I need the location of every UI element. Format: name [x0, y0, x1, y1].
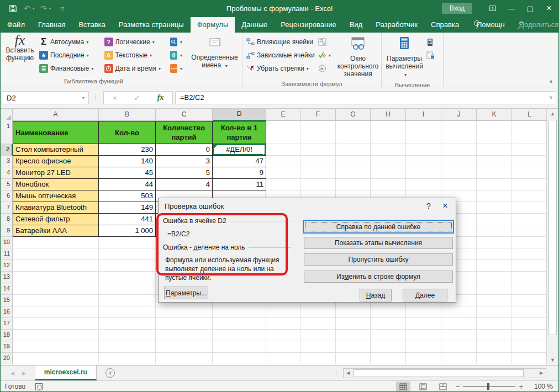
cell-G17[interactable]	[336, 318, 371, 330]
cell-D5[interactable]: 11	[213, 179, 266, 190]
lookup-reference-button[interactable]: ▾	[168, 35, 184, 49]
column-header-A[interactable]: A	[13, 109, 99, 121]
column-header-B[interactable]: B	[99, 109, 156, 121]
zoom-out-icon[interactable]: −	[456, 383, 460, 391]
sheet-nav-left-icon[interactable]: ◀	[10, 370, 14, 376]
cell-B1[interactable]: Кол-во	[99, 121, 156, 144]
cell-H20[interactable]	[371, 353, 406, 364]
show-formulas-button[interactable]: 156	[317, 35, 333, 49]
more-functions-button[interactable]: ⋯ ▾	[168, 62, 184, 75]
tab-insert[interactable]: Вставка	[72, 17, 112, 33]
cell-A19[interactable]	[13, 341, 99, 353]
cell-K10[interactable]	[477, 237, 512, 248]
cell-K2[interactable]	[477, 144, 512, 156]
cell-L6[interactable]	[512, 190, 547, 202]
cell-F1[interactable]	[300, 121, 336, 144]
maximize-button[interactable]: ▢	[521, 1, 540, 16]
cell-D2[interactable]: #ДЕЛ/0!	[213, 144, 266, 156]
cell-I16[interactable]	[406, 306, 441, 318]
cell-E17[interactable]	[266, 318, 300, 330]
tab-page-layout[interactable]: Разметка страницы	[112, 17, 191, 33]
show-calculation-steps-button[interactable]: Показать этапы вычисления	[304, 237, 453, 249]
zoom-level[interactable]: 100 %	[529, 383, 553, 390]
back-button[interactable]: Назад	[360, 289, 392, 301]
column-header-F[interactable]: F	[300, 109, 336, 121]
recent-functions-button[interactable]: ★ Последние ▾	[37, 49, 102, 62]
row-header-19[interactable]: 19	[1, 341, 13, 353]
cell-A15[interactable]	[13, 295, 99, 306]
horizontal-scroll-thumb[interactable]	[354, 369, 524, 377]
ignore-error-button[interactable]: Пропустить ошибку	[304, 253, 453, 266]
row-header-11[interactable]: 11	[1, 248, 13, 260]
cell-D1[interactable]: Кол-во в 1 партии	[213, 121, 266, 144]
trace-precedents-button[interactable]: Влияющие ячейки	[245, 35, 317, 49]
cell-L11[interactable]	[512, 248, 547, 260]
cell-I19[interactable]	[406, 341, 441, 353]
column-header-E[interactable]: E	[266, 109, 300, 121]
cell-A16[interactable]	[13, 306, 99, 318]
sheet-tab-active[interactable]: microexcel.ru	[35, 365, 97, 380]
column-header-G[interactable]: G	[336, 109, 371, 121]
tab-developer[interactable]: Разработчик	[369, 17, 424, 33]
cell-C2[interactable]: 0	[156, 144, 213, 156]
error-checking-button[interactable]: ! ▾	[317, 49, 333, 62]
cell-B20[interactable]	[99, 353, 156, 364]
cell-B19[interactable]	[99, 341, 156, 353]
cell-D19[interactable]	[213, 341, 266, 353]
cell-L19[interactable]	[512, 341, 547, 353]
cell-G2[interactable]	[336, 144, 371, 156]
customize-qat-icon[interactable]: ▿	[58, 4, 67, 13]
column-header-D[interactable]: D	[213, 109, 266, 121]
cell-A7[interactable]: Клавиатура Bluetooth	[13, 202, 99, 214]
cell-K12[interactable]	[477, 260, 512, 272]
cell-I1[interactable]	[406, 121, 441, 144]
cell-L16[interactable]	[512, 306, 547, 318]
cell-I18[interactable]	[406, 330, 441, 341]
cell-C17[interactable]	[156, 318, 213, 330]
dialog-title-bar[interactable]: Проверка ошибок	[159, 198, 456, 214]
cell-A5[interactable]: Моноблок	[13, 179, 99, 190]
tab-review[interactable]: Рецензирование	[274, 17, 342, 33]
formula-bar-expand-icon[interactable]: ∨	[549, 94, 553, 100]
cell-F16[interactable]	[300, 306, 336, 318]
cell-G16[interactable]	[336, 306, 371, 318]
dialog-close-icon[interactable]: ×	[437, 199, 453, 213]
row-header-5[interactable]: 5	[1, 179, 13, 190]
row-header-14[interactable]: 14	[1, 283, 13, 295]
zoom-in-icon[interactable]: +	[519, 383, 523, 391]
enter-check-icon[interactable]: ✓	[134, 94, 140, 102]
cell-F18[interactable]	[300, 330, 336, 341]
tab-view[interactable]: Вид	[343, 17, 370, 33]
cell-E1[interactable]	[266, 121, 300, 144]
cell-K20[interactable]	[477, 353, 512, 364]
cell-A4[interactable]: Монитор 27 LED	[13, 167, 99, 179]
cell-K8[interactable]	[477, 214, 512, 225]
select-all-corner[interactable]	[1, 109, 13, 121]
cell-D3[interactable]: 47	[213, 156, 266, 167]
cell-L20[interactable]	[512, 353, 547, 364]
row-header-3[interactable]: 3	[1, 156, 13, 167]
cell-C1[interactable]: Количество партий	[156, 121, 213, 144]
ribbon-display-options-icon[interactable]	[483, 1, 502, 16]
row-header-7[interactable]: 7	[1, 202, 13, 214]
cell-J2[interactable]	[441, 144, 477, 156]
cell-K16[interactable]	[477, 306, 512, 318]
scroll-up-icon[interactable]: ▲	[547, 109, 558, 119]
cell-D20[interactable]	[213, 353, 266, 364]
cell-F4[interactable]	[300, 167, 336, 179]
undo-icon[interactable]: ↶▾	[25, 4, 34, 13]
insert-function-fx-icon[interactable]: fx	[157, 93, 164, 102]
cell-G18[interactable]	[336, 330, 371, 341]
column-header-I[interactable]: I	[406, 109, 441, 121]
cell-L5[interactable]	[512, 179, 547, 190]
save-icon[interactable]	[8, 4, 17, 13]
calculation-options-button[interactable]: Параметры вычислений ▾	[384, 34, 425, 81]
watch-window-button[interactable]: Окно контрольного значения	[334, 34, 382, 80]
cell-A20[interactable]	[13, 353, 99, 364]
calculate-sheet-button[interactable]	[425, 49, 440, 62]
formula-bar-handle[interactable]: ⋮	[92, 93, 98, 100]
page-break-view-icon[interactable]	[436, 382, 450, 392]
column-header-C[interactable]: C	[156, 109, 213, 121]
cell-H1[interactable]	[371, 121, 406, 144]
fill-handle[interactable]	[263, 153, 266, 156]
